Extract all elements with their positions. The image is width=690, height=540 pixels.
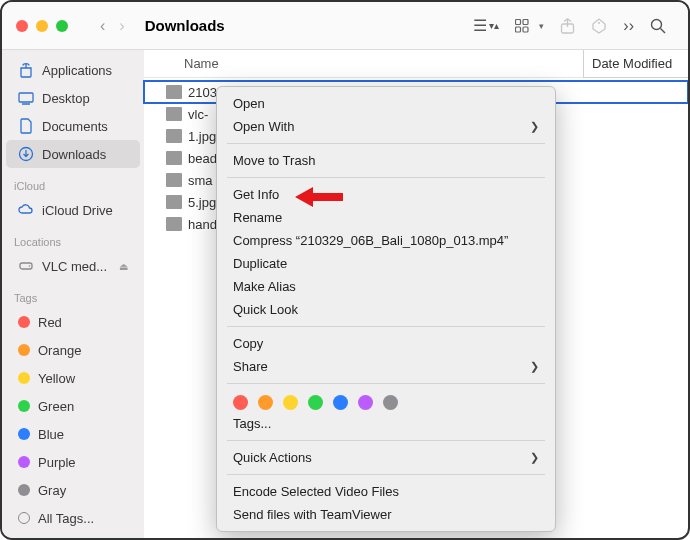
svg-point-6 [652,19,662,29]
tag-color-dot[interactable] [283,395,298,410]
sidebar-item-label: Green [38,399,74,414]
svg-line-7 [661,28,666,33]
sidebar-item-label: Desktop [42,91,90,106]
titlebar: ‹ › Downloads ☰▾▴ ▾ ›› [2,2,688,50]
tag-color-dot[interactable] [233,395,248,410]
menu-item-label: Share [233,359,268,374]
tag-color-dot[interactable] [258,395,273,410]
menu-item[interactable]: Send files with TeamViewer [217,503,555,526]
menu-item[interactable]: Compress “210329_06B_Bali_1080p_013.mp4” [217,229,555,252]
search-icon[interactable] [642,18,674,34]
menu-item[interactable]: Share❯ [217,355,555,378]
documents-icon [18,118,34,134]
sidebar-tag[interactable]: All Tags... [6,504,140,532]
min-dot[interactable] [36,20,48,32]
tag-dot-icon [18,400,30,412]
tag-dot-icon [18,456,30,468]
sidebar-item-applications[interactable]: Applications [6,56,140,84]
tag-dot-icon [18,316,30,328]
share-icon[interactable] [552,18,583,34]
svg-point-5 [598,22,600,24]
menu-item[interactable]: Open With❯ [217,115,555,138]
sidebar-item-label: Downloads [42,147,106,162]
sidebar-heading: Locations [2,224,144,252]
eject-icon[interactable]: ⏏ [119,261,128,272]
sidebar-tag[interactable]: Orange [6,336,140,364]
sidebar-tag[interactable]: Purple [6,448,140,476]
back-button[interactable]: ‹ [94,15,111,37]
svg-rect-2 [516,27,521,32]
sidebar-item[interactable]: VLC med...⏏ [6,252,140,280]
sidebar-tag[interactable]: Red [6,308,140,336]
tag-dot-icon [18,484,30,496]
disk-icon [18,258,34,274]
desktop-icon [18,90,34,106]
menu-item[interactable]: Open [217,92,555,115]
sidebar-tag[interactable]: Yellow [6,364,140,392]
downloads-icon [18,146,34,162]
group-icon[interactable]: ▾ [507,19,552,33]
svg-marker-13 [295,187,343,207]
sidebar-item-label: Gray [38,483,66,498]
tag-color-dot[interactable] [383,395,398,410]
file-name: 1.jpg [188,129,216,144]
menu-item[interactable]: Move to Trash [217,149,555,172]
sidebar-tag[interactable]: Green [6,392,140,420]
more-icon[interactable]: ›› [615,17,642,35]
menu-item-tags[interactable]: Tags... [217,412,555,435]
sidebar-item-label: Blue [38,427,64,442]
sidebar-item-label: Yellow [38,371,75,386]
column-header[interactable]: Name Date Modified [144,50,688,78]
file-icon [166,129,182,143]
sidebar-item-downloads[interactable]: Downloads [6,140,140,168]
sidebar-item[interactable]: iCloud Drive [6,196,140,224]
menu-item[interactable]: Quick Look [217,298,555,321]
svg-rect-0 [516,19,521,24]
sidebar: ApplicationsDesktopDocumentsDownloadsiCl… [2,50,144,538]
sidebar-heading: Tags [2,280,144,308]
col-modified[interactable]: Date Modified [583,50,688,78]
menu-item[interactable]: Get Info [217,183,555,206]
menu-item[interactable]: Rename [217,206,555,229]
menu-item-label: Quick Look [233,302,298,317]
file-icon [166,217,182,231]
tag-color-dot[interactable] [358,395,373,410]
tag-color-dot[interactable] [308,395,323,410]
menu-item-label: Open With [233,119,294,134]
col-name[interactable]: Name [184,56,583,71]
menu-item[interactable]: Duplicate [217,252,555,275]
sidebar-item-desktop[interactable]: Desktop [6,84,140,112]
menu-item-label: Quick Actions [233,450,312,465]
file-icon [166,173,182,187]
close-dot[interactable] [16,20,28,32]
menu-item-label: Get Info [233,187,279,202]
sidebar-heading: iCloud [2,168,144,196]
tag-colors-row [217,389,555,412]
menu-item[interactable]: Copy [217,332,555,355]
file-name: hand [188,217,217,232]
menu-item[interactable]: Make Alias [217,275,555,298]
max-dot[interactable] [56,20,68,32]
file-name: vlc- [188,107,208,122]
finder-window: ‹ › Downloads ☰▾▴ ▾ ›› ApplicationsDeskt… [0,0,690,540]
sidebar-tag[interactable]: Blue [6,420,140,448]
sidebar-item-label: Orange [38,343,81,358]
sidebar-item-label: iCloud Drive [42,203,113,218]
forward-button[interactable]: › [113,15,130,37]
sidebar-item-label: Applications [42,63,112,78]
view-list-icon[interactable]: ☰▾▴ [465,16,507,35]
tag-color-dot[interactable] [333,395,348,410]
menu-item-label: Send files with TeamViewer [233,507,392,522]
tag-dot-icon [18,344,30,356]
menu-item[interactable]: Encode Selected Video Files [217,480,555,503]
menu-item[interactable]: Quick Actions❯ [217,446,555,469]
menu-item-label: Tags... [233,416,271,431]
menu-item-label: Rename [233,210,282,225]
tag-icon[interactable] [583,18,615,34]
tag-dot-icon [18,512,30,524]
applications-icon [18,62,34,78]
sidebar-tag[interactable]: Gray [6,476,140,504]
context-menu: OpenOpen With❯Move to TrashGet InfoRenam… [216,86,556,532]
file-icon [166,195,182,209]
sidebar-item-documents[interactable]: Documents [6,112,140,140]
